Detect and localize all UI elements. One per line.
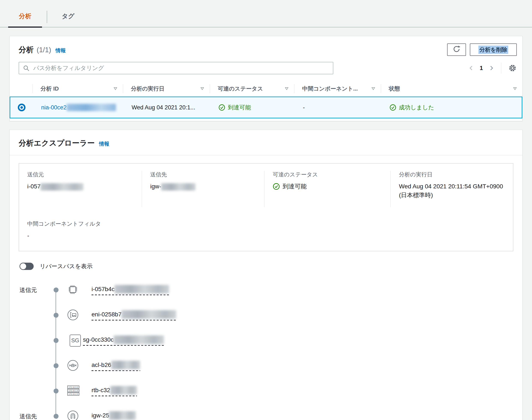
row-status-text: 成功しました: [399, 104, 434, 111]
path-node-instance: 送信元 i-057b4c: [19, 277, 522, 303]
instance-id-text: i-057b4c: [92, 286, 114, 293]
search-input[interactable]: [19, 62, 333, 74]
path-node-network-interface: eni-0258b7: [19, 303, 522, 328]
network-acl-link[interactable]: acl-b26: [92, 361, 140, 371]
path-node-network-acl: acl-b26: [19, 353, 522, 378]
sort-icon[interactable]: [113, 87, 117, 90]
analysis-detail-box: 送信元 i-057 送信先 igw- 可達のステータス 到達可能: [19, 163, 513, 251]
analyses-info-link[interactable]: 情報: [56, 47, 66, 54]
sort-icon[interactable]: [513, 87, 517, 90]
column-label: 中間コンポーネント...: [302, 85, 358, 92]
sort-icon[interactable]: [371, 87, 375, 90]
row-radio-button[interactable]: [18, 104, 26, 111]
redacted-destination-id: [161, 183, 195, 191]
intermediate-filter-value: -: [27, 231, 513, 240]
security-group-link[interactable]: sg-0cc330c: [83, 335, 164, 346]
delete-analysis-button[interactable]: 分析を削除: [470, 44, 517, 56]
source-value: i-057: [27, 182, 135, 191]
tab-tags-label: タグ: [62, 13, 74, 19]
route-cidr-2: 172.16.1.0: [69, 390, 78, 392]
eni-link[interactable]: eni-0258b7: [92, 310, 176, 320]
next-page-button[interactable]: [488, 65, 494, 71]
route-table-link[interactable]: rtb-c32: [92, 386, 137, 396]
sg-id-text: sg-0cc330c: [83, 336, 113, 343]
analysis-id-link[interactable]: nia-00ce2: [41, 104, 116, 111]
timeline-dot: [54, 338, 59, 343]
path-node-internet-gateway: 送信先 igw-25: [19, 404, 522, 420]
timeline-dot: [54, 313, 59, 318]
column-header-analysis-id[interactable]: 分析 ID: [32, 81, 123, 97]
row-radio-cell: [10, 104, 33, 111]
intermediate-filter-field: 中間コンポーネントフィルタ -: [19, 207, 513, 240]
redacted-igw-id: [109, 411, 136, 420]
sort-icon[interactable]: [200, 87, 204, 90]
path-source-label: 送信元: [19, 286, 47, 294]
rtb-id-text: rtb-c32: [92, 387, 110, 394]
eni-id-text: eni-0258b7: [92, 311, 122, 318]
explorer-title-text: 分析エクスプローラー: [19, 138, 95, 148]
explorer-title: 分析エクスプローラー 情報: [19, 138, 109, 148]
radio-column-header: [10, 81, 32, 97]
refresh-button[interactable]: [447, 44, 466, 56]
column-header-run-date[interactable]: 分析の実行日: [123, 81, 210, 97]
prev-page-button[interactable]: [468, 65, 474, 71]
route-table-icon: 172.16.0.0 172.16.1.0 172.16.2.0: [67, 385, 80, 398]
tab-analysis-label: 分析: [19, 13, 31, 19]
column-header-intermediate[interactable]: 中間コンポーネント...: [294, 81, 381, 97]
analyses-panel: 分析 (1/1) 情報 分析を削除: [9, 36, 523, 121]
delete-analysis-label: 分析を削除: [478, 45, 508, 54]
reverse-path-toggle-row: リバースパスを表示: [19, 262, 522, 270]
row-status: 成功しました: [389, 104, 434, 111]
timeline-dot: [54, 389, 59, 393]
sort-icon[interactable]: [285, 87, 289, 90]
path-node-security-group: SG sg-0cc330c: [19, 328, 522, 353]
column-header-status[interactable]: 状態: [381, 81, 522, 97]
timeline-dot: [54, 414, 59, 419]
tab-divider: [47, 11, 47, 23]
sg-badge-text: SG: [71, 337, 79, 344]
redacted-eni-id: [122, 310, 176, 319]
internet-gateway-link[interactable]: igw-25: [92, 411, 136, 420]
tab-bar: 分析 タグ: [0, 0, 532, 27]
analyses-toolbar: 1: [10, 56, 522, 74]
reverse-path-toggle[interactable]: [19, 263, 34, 270]
column-label: 分析の実行日: [131, 85, 165, 92]
instance-link[interactable]: i-057b4c: [92, 285, 169, 295]
detail-grid: 送信元 i-057 送信先 igw- 可達のステータス 到達可能: [19, 171, 513, 207]
destination-value: igw-: [150, 182, 258, 191]
reachability-field: 可達のステータス 到達可能: [264, 171, 390, 207]
tab-analysis[interactable]: 分析: [17, 12, 33, 27]
source-label: 送信元: [27, 171, 135, 178]
analyses-title: 分析 (1/1) 情報: [19, 45, 66, 55]
explorer-header: 分析エクスプローラー 情報: [10, 130, 522, 155]
reachability-status: 到達可能: [218, 104, 251, 111]
refresh-icon: [453, 45, 460, 54]
destination-field: 送信先 igw-: [142, 171, 264, 207]
status-cell: 成功しました: [381, 104, 522, 111]
analyses-count: (1/1): [37, 46, 51, 54]
redacted-rtb-id: [110, 386, 137, 394]
reachability-cell: 到達可能: [210, 104, 295, 111]
current-page[interactable]: 1: [480, 65, 483, 72]
search-box: [19, 62, 333, 74]
explorer-panel: 分析エクスプローラー 情報 送信元 i-057 送信先 igw-: [9, 130, 523, 420]
source-field: 送信元 i-057: [19, 171, 142, 207]
destination-label: 送信先: [150, 171, 258, 178]
explorer-info-link[interactable]: 情報: [99, 140, 109, 147]
reverse-path-toggle-label: リバースパスを表示: [40, 262, 93, 270]
igw-id-text: igw-25: [92, 412, 109, 419]
settings-gear-button[interactable]: [508, 64, 517, 72]
table-row[interactable]: nia-00ce2 Wed Aug 04 2021 20:1... 到達可能 -: [10, 97, 522, 118]
network-acl-icon: [67, 359, 79, 373]
column-header-reachability[interactable]: 可達のステータス: [210, 81, 294, 97]
source-value-prefix: i-057: [27, 183, 41, 190]
success-check-icon: [389, 104, 396, 111]
redacted-acl-id: [111, 361, 140, 369]
route-cidr-3: 172.16.2.0: [69, 393, 78, 395]
security-group-icon: SG: [70, 335, 81, 346]
pager-divider: [501, 62, 501, 74]
column-label: 可達のステータス: [218, 85, 263, 92]
tab-tags[interactable]: タグ: [60, 12, 77, 27]
analysis-id-text: nia-00ce2: [41, 104, 67, 111]
success-check-icon: [218, 104, 225, 111]
